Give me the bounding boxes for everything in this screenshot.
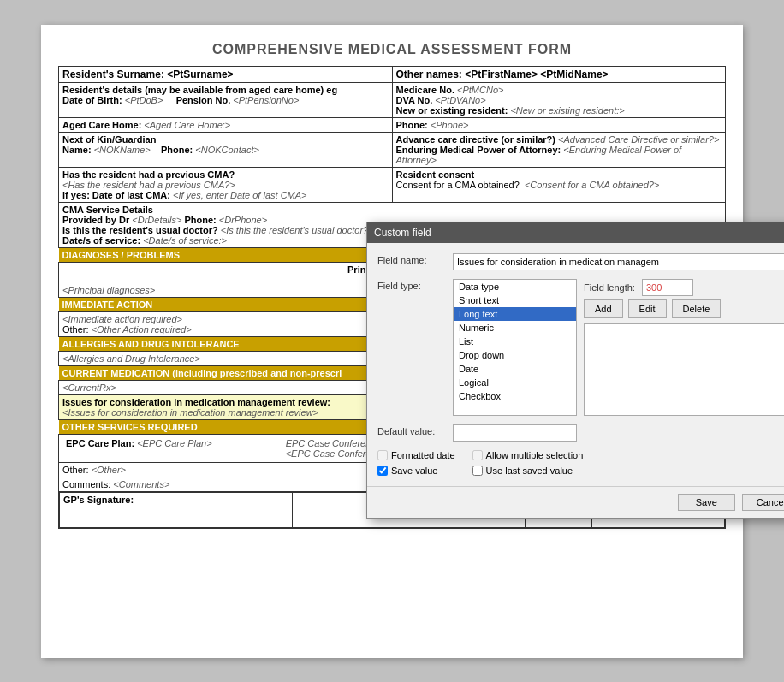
nok-cell: Next of Kin/Guardian Name: <NOKName> Pho… [59,132,393,167]
comments-value: <Comments> [113,479,169,489]
pension-value: <PtPensionNo> [233,95,299,105]
dob-label: Date of Birth: [62,95,122,105]
type-checkbox[interactable]: Checkbox [454,389,576,403]
epc-care-td: EPC Care Plan: <EPC Care Plan> [62,436,282,460]
new-existing-value: <New or existing resident:> [510,105,624,116]
custom-field-dialog: Custom field ✕ Field name: Field type: D… [366,222,784,519]
if-yes-value: <If yes, enter Date of last CMA> [173,190,307,200]
use-last-saved-checkbox[interactable] [472,466,483,476]
resident-details-cell: Resident's details (may be available fro… [59,82,393,117]
medicare-label: Medicare No. [396,85,454,95]
dr-details: <DrDetails> [132,215,181,225]
formatted-date-row: Formatted date [377,450,455,460]
provided-by-label: Provided by Dr [62,215,129,225]
formatted-date-label: Formatted date [391,450,455,460]
prev-cma-question: Has the resident had a previous CMA? [62,169,235,180]
if-yes-label: if yes: Date of last CMA: [62,190,170,200]
other-action-value: <Other Action required> [92,324,192,335]
cma-service-header: CMA Service Details [62,205,153,215]
right-checkbox-col: Allow multiple selection Use last saved … [472,450,584,476]
usual-doctor-question: Is this the resident's usual doctor? [62,225,218,235]
epc-care-label: EPC Care Plan: [66,438,137,448]
dates-service-label: Date/s of service: [62,235,140,246]
field-name-label: Field name: [377,253,446,265]
type-drop-down[interactable]: Drop down [454,348,576,362]
save-value-checkbox[interactable] [377,466,388,476]
medicare-cell: Medicare No. <PtMCNo> DVA No. <PtDVANo> … [392,82,726,117]
save-value-label: Save value [391,466,437,476]
pension-label: Pension No. [176,95,231,105]
use-last-saved-row: Use last saved value [472,466,584,476]
advance-care-cell: Advance care directive (or similar?) <Ad… [392,132,726,167]
type-data-type[interactable]: Data type [454,280,576,294]
gp-signature-label: GP's Signature: [60,492,293,527]
field-type-list[interactable]: Data type Short text Long text Numeric L… [453,279,577,416]
dialog-titlebar: Custom field ✕ [367,222,784,243]
other-action-label: Other: [62,324,92,335]
add-button[interactable]: Add [584,299,623,318]
consent-text: Consent for a CMA obtained? <Consent for… [396,180,660,190]
save-button[interactable]: Save [678,494,735,511]
field-name-input[interactable] [453,253,784,270]
delete-button[interactable]: Delete [672,299,722,318]
phone-dr-value: <DrPhone> [219,215,267,225]
dates-service-value: <Date/s of service:> [143,235,227,246]
dva-value: <PtDVANo> [435,95,485,105]
aged-care-value: <Aged Care Home:> [144,120,230,130]
epc-care-value: <EPC Care Plan> [137,438,211,448]
aged-care-cell: Aged Care Home: <Aged Care Home:> [59,117,393,132]
medicare-value: <PtMCNo> [457,85,503,95]
save-value-row: Save value [377,466,455,476]
field-name-row: Field name: [377,253,784,270]
comments-label: Comments: [62,479,113,489]
type-short-text[interactable]: Short text [454,294,576,307]
field-length-input[interactable] [642,279,693,296]
nok-name-label: Name: [62,145,92,155]
phone-cell: Phone: <Phone> [392,117,726,132]
resident-consent-header: Resident consent [396,169,475,180]
field-type-row: Field type: Data type Short text Long te… [377,279,784,416]
field-length-row: Field length: [584,279,784,296]
prev-cma-cell: Has the resident had a previous CMA? <Ha… [59,167,393,202]
aged-care-label: Aged Care Home: [62,120,141,130]
type-area: Data type Short text Long text Numeric L… [453,279,784,416]
cancel-button[interactable]: Cancel [742,494,784,511]
form-title: COMPREHENSIVE MEDICAL ASSESSMENT FORM [58,42,726,57]
resident-consent-cell: Resident consent Consent for a CMA obtai… [392,167,726,202]
type-list[interactable]: List [454,335,576,348]
list-values-box[interactable] [584,323,784,416]
type-long-text[interactable]: Long text [454,307,576,321]
nok-phone-value: <NOKContact> [195,145,259,155]
phone-label: Phone: [396,120,428,130]
type-date[interactable]: Date [454,362,576,376]
nok-name-value: <NOKName> [94,145,151,155]
formatted-date-checkbox[interactable] [377,450,388,460]
checkbox-section: Formatted date Save value Allow multiple… [377,450,784,476]
type-numeric[interactable]: Numeric [454,321,576,335]
use-last-saved-label: Use last saved value [486,466,573,476]
consent-value: <Consent for a CMA obtained?> [525,180,659,190]
prev-cma-value: <Has the resident had a previous CMA?> [62,180,235,190]
nok-phone-label: Phone: [161,145,193,155]
advance-care-label: Advance care directive (or similar?) [396,134,555,145]
edit-button[interactable]: Edit [628,299,667,318]
allow-multiple-label: Allow multiple selection [486,450,584,460]
type-logical[interactable]: Logical [454,376,576,389]
action-buttons: Add Edit Delete [584,299,784,318]
page-container: COMPREHENSIVE MEDICAL ASSESSMENT FORM Re… [41,25,743,658]
phone-dr-label: Phone: [184,215,216,225]
dob-value: <PtDoB> [125,95,163,105]
usual-doctor-value: <Is this the resident's usual doctor?> [221,225,374,235]
other-names-header: Other names: <PtFirstName> <PtMidName> [392,66,726,82]
other-label: Other: [62,465,92,475]
allow-multiple-checkbox[interactable] [472,450,483,460]
dialog-body: Field name: Field type: Data type Short … [367,243,784,486]
left-checkbox-col: Formatted date Save value [377,450,455,476]
allow-multiple-row: Allow multiple selection [472,450,584,460]
field-length-label: Field length: [584,282,635,293]
default-value-label: Default value: [377,424,446,436]
default-value-input[interactable] [453,424,577,442]
nok-header: Next of Kin/Guardian [62,134,156,145]
default-value-row: Default value: [377,424,784,442]
field-type-label: Field type: [377,279,446,291]
